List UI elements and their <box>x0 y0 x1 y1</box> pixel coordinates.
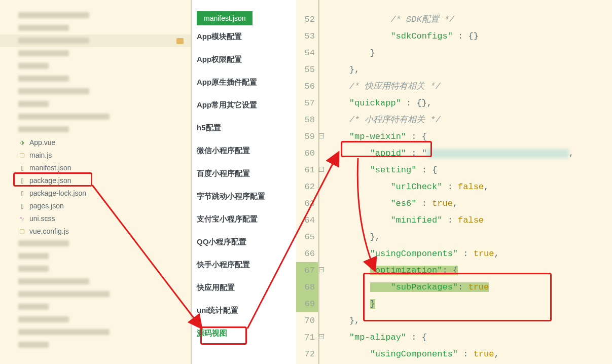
file-row-manifest-json[interactable]: manifest.json <box>0 161 191 174</box>
fold-toggle-icon[interactable]: − <box>319 133 324 138</box>
line-number: 52 <box>296 11 318 28</box>
line-number: 67− <box>296 262 318 279</box>
config-nav-item[interactable]: 支付宝小程序配置 <box>192 208 296 231</box>
line-number: 57 <box>296 95 318 112</box>
code-editor[interactable]: 5253545556575859−6061−626364656667−68697… <box>296 0 612 364</box>
config-nav-item[interactable]: 微信小程序配置 <box>192 139 296 162</box>
manifest-tab[interactable]: manifest.json <box>197 11 253 25</box>
code-line[interactable]: "minified" : false <box>329 212 612 229</box>
file-explorer[interactable]: App.vuemain.jsmanifest.jsonpackage.jsonp… <box>0 0 192 364</box>
code-line[interactable]: /* 小程序特有相关 */ <box>329 112 612 128</box>
code-line[interactable]: }, <box>329 229 612 245</box>
line-number: 53 <box>296 28 318 45</box>
config-nav-item[interactable]: h5配置 <box>192 117 296 139</box>
js-file-icon <box>18 228 25 235</box>
config-nav-item[interactable]: 快手小程序配置 <box>192 253 296 276</box>
fold-toggle-icon[interactable]: − <box>319 334 324 339</box>
file-row-blurred[interactable] <box>0 60 191 72</box>
line-gutter: 5253545556575859−6061−626364656667−68697… <box>296 0 319 364</box>
line-number: 64 <box>296 212 318 229</box>
file-row-blurred[interactable] <box>0 275 191 288</box>
config-nav-item[interactable]: 源码视图 <box>192 322 296 345</box>
js-file-icon <box>18 152 25 159</box>
file-label: package-lock.json <box>29 189 86 197</box>
code-line[interactable]: }, <box>329 61 612 78</box>
config-nav-item[interactable]: App权限配置 <box>192 48 296 71</box>
config-nav-item[interactable]: App原生插件配置 <box>192 71 296 94</box>
file-row-blurred[interactable] <box>0 313 191 326</box>
file-label: uni.scss <box>29 214 55 223</box>
file-row-blurred[interactable] <box>0 34 191 47</box>
code-line[interactable]: "appid" : ", <box>329 145 612 162</box>
file-row-blurred[interactable] <box>0 111 191 123</box>
code-line[interactable]: "sdkConfigs" : {} <box>329 28 612 45</box>
line-number: 72 <box>296 346 318 362</box>
file-row-App-vue[interactable]: App.vue <box>0 136 191 149</box>
config-nav-item[interactable]: 字节跳动小程序配置 <box>192 185 296 208</box>
file-label: package.json <box>29 176 71 185</box>
file-row-blurred[interactable] <box>0 288 191 301</box>
file-row-uni-scss[interactable]: uni.scss <box>0 212 191 225</box>
code-line[interactable]: "es6" : true, <box>329 195 612 212</box>
config-nav-item[interactable]: 快应用配置 <box>192 276 296 299</box>
line-number: 69 <box>296 296 318 312</box>
line-number: 55 <box>296 61 318 78</box>
code-line[interactable]: "quickapp" : {}, <box>329 95 612 112</box>
code-line[interactable]: "mp-alipay" : { <box>329 329 612 346</box>
fold-toggle-icon[interactable]: − <box>319 167 324 172</box>
code-line[interactable]: } <box>329 296 612 312</box>
file-row-blurred[interactable] <box>0 9 191 22</box>
file-row-blurred[interactable] <box>0 123 191 136</box>
file-label: vue.config.js <box>29 227 69 235</box>
json-file-icon <box>18 190 25 197</box>
code-line[interactable]: "usingComponents" : true, <box>329 346 612 362</box>
file-row-blurred[interactable] <box>0 301 191 313</box>
line-number: 68 <box>296 279 318 296</box>
file-row-pages-json[interactable]: pages.json <box>0 199 191 212</box>
code-line[interactable]: "urlCheck" : false, <box>329 178 612 195</box>
file-row-package-lock-json[interactable]: package-lock.json <box>0 187 191 199</box>
line-number: 66 <box>296 245 318 262</box>
config-nav-item[interactable]: 百度小程序配置 <box>192 162 296 185</box>
file-row-main-js[interactable]: main.js <box>0 149 191 161</box>
file-label: App.vue <box>29 138 55 147</box>
fold-toggle-icon[interactable]: − <box>319 267 324 272</box>
file-label: manifest.json <box>29 164 71 172</box>
config-nav-item[interactable]: QQ小程序配置 <box>192 231 296 253</box>
file-row-blurred[interactable] <box>0 263 191 275</box>
file-row-package-json[interactable]: package.json <box>0 174 191 187</box>
json-file-icon <box>18 177 25 184</box>
code-line[interactable]: "setting" : { <box>329 162 612 178</box>
line-number: 62 <box>296 178 318 195</box>
line-number: 59− <box>296 128 318 145</box>
line-number: 60 <box>296 145 318 162</box>
code-line[interactable]: "usingComponents" : true, <box>329 245 612 262</box>
file-row-blurred[interactable] <box>0 339 191 351</box>
code-line[interactable]: /* SDK配置 */ <box>329 11 612 28</box>
file-row-blurred[interactable] <box>0 72 191 85</box>
file-row-blurred[interactable] <box>0 47 191 60</box>
code-line[interactable]: "mp-weixin" : { <box>329 128 612 145</box>
file-row-blurred[interactable] <box>0 326 191 339</box>
file-row-blurred[interactable] <box>0 237 191 250</box>
json-file-icon <box>18 202 25 209</box>
file-row-blurred[interactable] <box>0 250 191 263</box>
file-row-blurred[interactable] <box>0 22 191 34</box>
line-number: 58 <box>296 112 318 128</box>
line-number: 54 <box>296 45 318 61</box>
code-line[interactable]: "optimization": { <box>329 262 612 279</box>
config-nav-item[interactable]: uni统计配置 <box>192 299 296 322</box>
config-nav-item[interactable]: App模块配置 <box>192 25 296 48</box>
line-number: 56 <box>296 78 318 95</box>
file-row-blurred[interactable] <box>0 98 191 111</box>
code-line[interactable]: } <box>329 45 612 61</box>
file-row-vue-config-js[interactable]: vue.config.js <box>0 225 191 237</box>
code-line[interactable]: /* 快应用特有相关 */ <box>329 78 612 95</box>
file-label: pages.json <box>29 202 64 210</box>
file-row-blurred[interactable] <box>0 85 191 98</box>
code-line[interactable]: "subPackages": true <box>329 279 612 296</box>
config-nav-item[interactable]: App常用其它设置 <box>192 94 296 117</box>
scss-file-icon <box>18 215 25 222</box>
code-line[interactable]: }, <box>329 312 612 329</box>
code-content[interactable]: /* SDK配置 */ "sdkConfigs" : {} } }, /* 快应… <box>319 0 612 364</box>
